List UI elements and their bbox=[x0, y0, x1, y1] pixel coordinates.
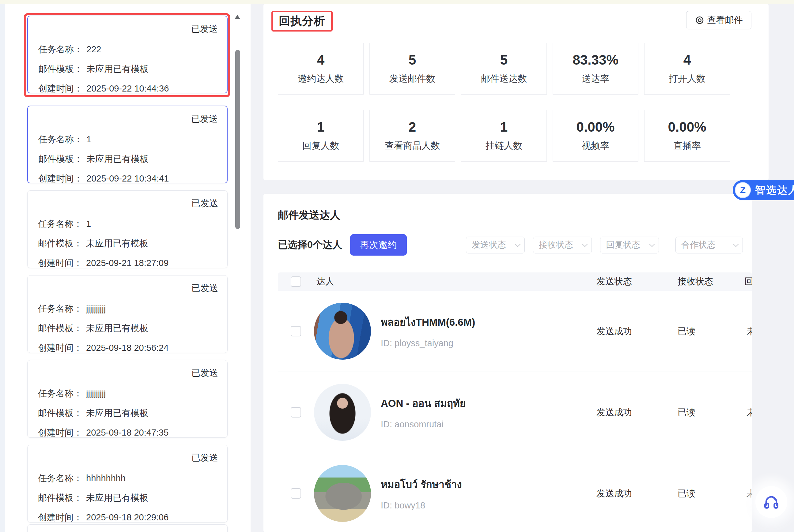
scrollbar-thumb[interactable] bbox=[235, 50, 240, 229]
top-accent-strip bbox=[0, 0, 794, 4]
reply-status-select[interactable]: 回复状态 bbox=[600, 236, 659, 253]
task-status-badge: 已发送 bbox=[38, 282, 218, 296]
receive-status-value: 已读 bbox=[678, 453, 695, 532]
table-row: หมอโบว์ รักษาช้าง ID: bowy18 发送成功 已读 未回复 bbox=[278, 453, 752, 532]
task-status-badge: 已发送 bbox=[38, 113, 218, 127]
task-card[interactable]: 已发送 任务名称：hhhhhhhh 邮件模板：未应用已有模板 创建时间：2025… bbox=[27, 445, 227, 522]
task-created-line: 创建时间：2025-09-22 10:44:36 bbox=[38, 82, 218, 95]
task-template-line: 邮件模板：未应用已有模板 bbox=[38, 62, 218, 76]
task-card[interactable]: 已发送 任务名称：jjjjjjjjjj 邮件模板：未应用已有模板 创建时间：20… bbox=[27, 360, 227, 438]
talent-name: หมอโบว์ รักษาช้าง bbox=[381, 476, 462, 493]
talent-info: AON - ออน สมฤทัย ID: aonsomrutai bbox=[381, 395, 466, 430]
talent-id: ID: ployss_taiyang bbox=[381, 338, 475, 348]
task-status-badge: 已发送 bbox=[38, 452, 218, 465]
headphones-icon bbox=[762, 493, 780, 511]
view-target-icon bbox=[695, 16, 704, 25]
row-checkbox[interactable] bbox=[291, 407, 301, 418]
send-status-select[interactable]: 发送状态 bbox=[466, 236, 525, 253]
stat-delivery-rate: 83.33% 送达率 bbox=[553, 43, 639, 95]
receive-status-select[interactable]: 接收状态 bbox=[533, 236, 592, 253]
row-checkbox[interactable] bbox=[291, 488, 301, 499]
reply-status-value: 未回复 bbox=[746, 291, 752, 372]
header-receive-status: 接收状态 bbox=[678, 272, 713, 291]
task-template-line: 邮件模板：未应用已有模板 bbox=[38, 236, 218, 250]
task-list-panel: 已发送 任务名称：222 邮件模板：未应用已有模板 创建时间：2025-09-2… bbox=[5, 4, 251, 532]
senders-section-title: 邮件发送达人 bbox=[278, 208, 340, 222]
brand-float-badge[interactable]: Z 智选达人 bbox=[733, 180, 794, 200]
brand-logo-icon: Z bbox=[735, 182, 751, 198]
table-row: AON - ออน สมฤทัย ID: aonsomrutai 发送成功 已读… bbox=[278, 372, 752, 453]
select-all-checkbox[interactable] bbox=[291, 277, 301, 287]
task-status-badge: 已发送 bbox=[38, 23, 218, 36]
stat-delivered: 5 邮件送达数 bbox=[461, 43, 547, 95]
send-status-value: 发送成功 bbox=[596, 453, 632, 532]
task-card[interactable]: 已发送 任务名称：1 邮件模板：未应用已有模板 创建时间：2025-09-21 … bbox=[27, 190, 227, 268]
stat-linked: 1 挂链人数 bbox=[461, 110, 547, 162]
row-checkbox[interactable] bbox=[291, 326, 301, 337]
reply-status-value: 未回复 bbox=[746, 372, 752, 453]
task-card[interactable]: 已发送 任务名称：jjjjjjjjjj 邮件模板：未应用已有模板 创建时间：20… bbox=[27, 275, 227, 353]
view-mail-label: 查看邮件 bbox=[707, 14, 743, 26]
talent-id: ID: bowy18 bbox=[381, 500, 462, 511]
avatar bbox=[314, 465, 371, 522]
left-gutter bbox=[0, 4, 5, 532]
reinvite-button[interactable]: 再次邀约 bbox=[350, 234, 407, 255]
header-send-status: 发送状态 bbox=[596, 272, 632, 291]
selected-count-label: 已选择0个达人 bbox=[278, 238, 342, 252]
task-created-line: 创建时间：2025-09-18 20:56:24 bbox=[38, 341, 218, 355]
avatar bbox=[314, 384, 371, 441]
header-talent: 达人 bbox=[316, 272, 334, 291]
task-created-line: 创建时间：2025-09-22 10:34:41 bbox=[38, 172, 218, 185]
talent-info: หมอโบว์ รักษาช้าง ID: bowy18 bbox=[381, 476, 462, 511]
task-template-line: 邮件模板：未应用已有模板 bbox=[38, 321, 218, 335]
annotation-red-box-title: 回执分析 bbox=[272, 11, 333, 32]
task-name-line: 任务名称：222 bbox=[38, 42, 218, 56]
page-title: 回执分析 bbox=[279, 14, 325, 29]
task-template-line: 邮件模板：未应用已有模板 bbox=[38, 152, 218, 166]
task-status-badge: 已发送 bbox=[38, 367, 218, 380]
table-row: พลอยไงTHMM(6.6M) ID: ployss_taiyang 发送成功… bbox=[278, 291, 752, 372]
chevron-down-icon bbox=[515, 241, 520, 247]
stats-row-2: 1 回复人数 2 查看商品人数 1 挂链人数 0.00% 视频率 0.00% 直… bbox=[278, 110, 730, 162]
receive-status-value: 已读 bbox=[678, 291, 695, 372]
stat-video-rate: 0.00% 视频率 bbox=[553, 110, 639, 162]
task-card[interactable]: 已发送 bbox=[27, 524, 227, 532]
task-name-line: 任务名称：1 bbox=[38, 133, 218, 146]
cooperation-status-select[interactable]: 合作状态 bbox=[676, 236, 743, 253]
senders-table: 达人 发送状态 接收状态 回复状态 พลอยไงTHMM(6.6M) ID: p… bbox=[278, 272, 752, 532]
task-name-line: 任务名称：hhhhhhhh bbox=[38, 471, 218, 485]
stats-row-1: 4 邀约达人数 5 发送邮件数 5 邮件送达数 83.33% 送达率 4 打开人… bbox=[278, 43, 730, 95]
task-card[interactable]: 已发送 任务名称：1 邮件模板：未应用已有模板 创建时间：2025-09-22 … bbox=[27, 106, 227, 183]
task-card[interactable]: 已发送 任务名称：222 邮件模板：未应用已有模板 创建时间：2025-09-2… bbox=[27, 16, 227, 93]
receive-status-value: 已读 bbox=[678, 372, 695, 453]
talent-info: พลอยไงTHMM(6.6M) ID: ployss_taiyang bbox=[381, 314, 475, 348]
brand-label: 智选达人 bbox=[755, 183, 794, 197]
stat-emails-sent: 5 发送邮件数 bbox=[369, 43, 455, 95]
send-status-value: 发送成功 bbox=[596, 291, 632, 372]
talent-id: ID: aonsomrutai bbox=[381, 419, 466, 430]
send-status-value: 发送成功 bbox=[596, 372, 632, 453]
table-header-row: 达人 发送状态 接收状态 回复状态 bbox=[278, 272, 752, 291]
chevron-down-icon bbox=[582, 241, 588, 247]
chevron-down-icon bbox=[649, 241, 654, 247]
headphones-button[interactable] bbox=[755, 486, 787, 518]
view-mail-button[interactable]: 查看邮件 bbox=[686, 11, 752, 30]
talent-name: พลอยไงTHMM(6.6M) bbox=[381, 314, 475, 330]
filter-group: 发送状态 接收状态 回复状态 合作状态 bbox=[466, 236, 743, 253]
task-created-line: 创建时间：2025-09-21 18:27:09 bbox=[38, 256, 218, 270]
chevron-down-icon bbox=[733, 241, 739, 247]
avatar bbox=[314, 303, 371, 360]
task-template-line: 邮件模板：未应用已有模板 bbox=[38, 406, 218, 420]
header-reply-status: 回复状态 bbox=[744, 272, 752, 291]
main-content-area: 回执分析 查看邮件 4 邀约达人数 5 发送邮件数 5 邮件送达数 bbox=[251, 4, 794, 532]
stat-invited: 4 邀约达人数 bbox=[278, 43, 364, 95]
mail-senders-panel: 邮件发送达人 已选择0个达人 再次邀约 发送状态 接收状态 回复状态 合作状态 bbox=[263, 194, 752, 532]
task-status-badge: 已发送 bbox=[38, 197, 218, 211]
stat-viewed-product: 2 查看商品人数 bbox=[369, 110, 455, 162]
stat-live-rate: 0.00% 直播率 bbox=[644, 110, 730, 162]
task-created-line: 创建时间：2025-09-18 20:29:06 bbox=[38, 511, 218, 524]
senders-controls: 已选择0个达人 再次邀约 发送状态 接收状态 回复状态 合作状态 bbox=[278, 234, 743, 255]
scroll-up-arrow[interactable] bbox=[234, 15, 240, 19]
stat-replied: 1 回复人数 bbox=[278, 110, 364, 162]
task-name-line: 任务名称：jjjjjjjjjj bbox=[38, 302, 218, 315]
